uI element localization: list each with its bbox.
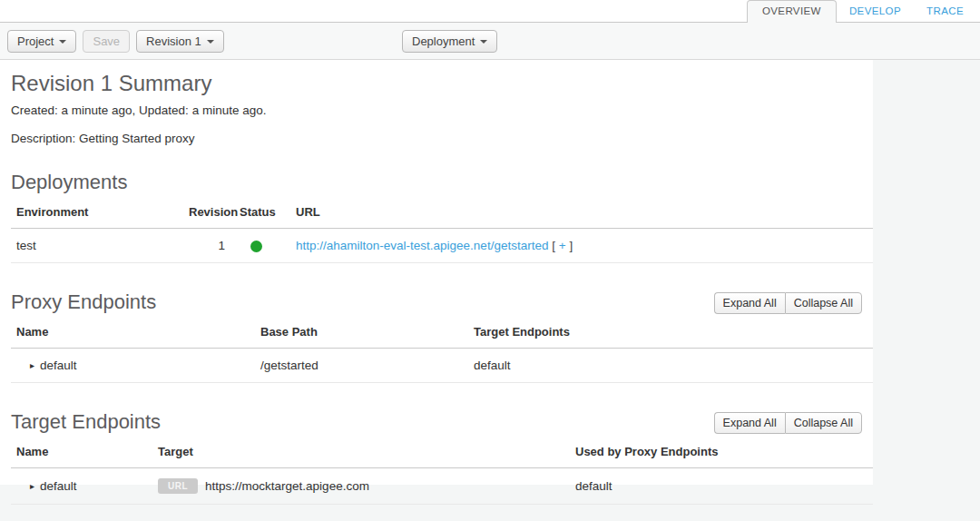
- tab-trace[interactable]: TRACE: [914, 1, 976, 22]
- column-name: Name: [11, 434, 152, 468]
- target-endpoint-name-cell: ▸default: [11, 468, 152, 505]
- save-button-label: Save: [93, 34, 120, 48]
- revision-description: Description: Getting Started proxy: [11, 132, 862, 145]
- target-expand-all-button[interactable]: Expand All: [714, 412, 785, 434]
- target-endpoints-table: Name Target Used by Proxy Endpoints ▸def…: [11, 434, 873, 505]
- proxy-endpoint-targets: default: [468, 349, 873, 383]
- target-endpoint-used-by: default: [570, 468, 873, 505]
- deployments-header-row: Environment Revision Status URL: [11, 194, 873, 229]
- chevron-down-icon: [207, 40, 214, 44]
- project-dropdown-label: Project: [17, 34, 54, 48]
- proxy-endpoint-row: ▸default /getstarted default: [11, 349, 873, 383]
- target-endpoint-row: ▸default URLhttps://mocktarget.apigee.co…: [11, 468, 873, 505]
- column-base-path: Base Path: [255, 314, 468, 349]
- expand-bracket-close: ]: [569, 239, 573, 252]
- deployments-table: Environment Revision Status URL test 1 h…: [11, 194, 873, 263]
- chevron-down-icon: [59, 40, 66, 44]
- target-endpoint-url: https://mocktarget.apigee.com: [205, 479, 369, 493]
- deployment-url-cell: http://ahamilton-eval-test.apigee.net/ge…: [290, 229, 873, 263]
- column-used-by: Used by Proxy Endpoints: [570, 434, 873, 468]
- page-title: Revision 1 Summary: [11, 71, 862, 96]
- project-dropdown-button[interactable]: Project: [7, 30, 76, 53]
- deployment-url-link[interactable]: http://ahamilton-eval-test.apigee.net/ge…: [296, 239, 548, 252]
- target-endpoint-target-cell: URLhttps://mocktarget.apigee.com: [152, 468, 570, 505]
- revision-meta-text: Created: a minute ago, Updated: a minute…: [11, 103, 862, 117]
- row-expander-icon[interactable]: ▸: [30, 360, 34, 370]
- proxy-endpoint-base-path: /getstarted: [255, 349, 468, 383]
- toolbar: Project Save Revision 1 Deployment: [0, 23, 980, 60]
- proxy-endpoints-title: Proxy Endpoints: [11, 290, 156, 314]
- target-endpoint-name: default: [40, 479, 77, 493]
- revision-dropdown-label: Revision 1: [146, 34, 201, 48]
- proxy-endpoints-header-row: Name Base Path Target Endpoints: [11, 314, 873, 349]
- deployment-dropdown-label: Deployment: [412, 34, 475, 48]
- column-status: Status: [234, 194, 290, 229]
- revision-dropdown-button[interactable]: Revision 1: [136, 30, 224, 53]
- column-target: Target: [152, 434, 570, 468]
- target-endpoints-section-header: Target Endpoints Expand All Collapse All: [11, 410, 862, 434]
- chevron-down-icon: [480, 40, 487, 44]
- proxy-endpoints-section-header: Proxy Endpoints Expand All Collapse All: [11, 290, 862, 314]
- main-content: Revision 1 Summary Created: a minute ago…: [0, 60, 873, 485]
- column-target-endpoints: Target Endpoints: [468, 314, 873, 349]
- url-type-badge: URL: [158, 478, 198, 494]
- deployment-revision: 1: [183, 229, 234, 263]
- column-revision: Revision: [183, 194, 234, 229]
- status-green-dot-icon: [250, 241, 262, 252]
- deployment-environment: test: [11, 229, 183, 263]
- deployments-title: Deployments: [11, 171, 127, 194]
- target-collapse-all-button[interactable]: Collapse All: [785, 412, 862, 434]
- target-endpoints-button-group: Expand All Collapse All: [714, 412, 862, 434]
- tab-develop[interactable]: DEVELOP: [837, 1, 914, 22]
- target-endpoints-title: Target Endpoints: [11, 410, 161, 434]
- expand-bracket-open: [: [552, 239, 555, 252]
- deployments-section-header: Deployments: [11, 171, 862, 194]
- proxy-endpoint-name-cell: ▸default: [11, 349, 255, 383]
- column-url: URL: [290, 194, 873, 229]
- tab-bar: OVERVIEW DEVELOP TRACE: [0, 0, 980, 23]
- proxy-endpoint-name: default: [40, 359, 77, 372]
- proxy-endpoints-button-group: Expand All Collapse All: [714, 292, 862, 314]
- url-expand-plus-link[interactable]: +: [559, 239, 566, 252]
- save-button[interactable]: Save: [83, 30, 130, 53]
- tab-overview[interactable]: OVERVIEW: [747, 0, 837, 23]
- column-name: Name: [11, 314, 255, 349]
- deployment-dropdown-button[interactable]: Deployment: [402, 30, 497, 53]
- proxy-expand-all-button[interactable]: Expand All: [714, 292, 785, 314]
- target-endpoints-header-row: Name Target Used by Proxy Endpoints: [11, 434, 873, 468]
- proxy-collapse-all-button[interactable]: Collapse All: [785, 292, 862, 314]
- proxy-endpoints-table: Name Base Path Target Endpoints ▸default…: [11, 314, 873, 383]
- column-environment: Environment: [11, 194, 183, 229]
- row-expander-icon[interactable]: ▸: [30, 481, 34, 491]
- deployment-row: test 1 http://ahamilton-eval-test.apigee…: [11, 229, 873, 263]
- deployment-status-cell: [234, 229, 290, 263]
